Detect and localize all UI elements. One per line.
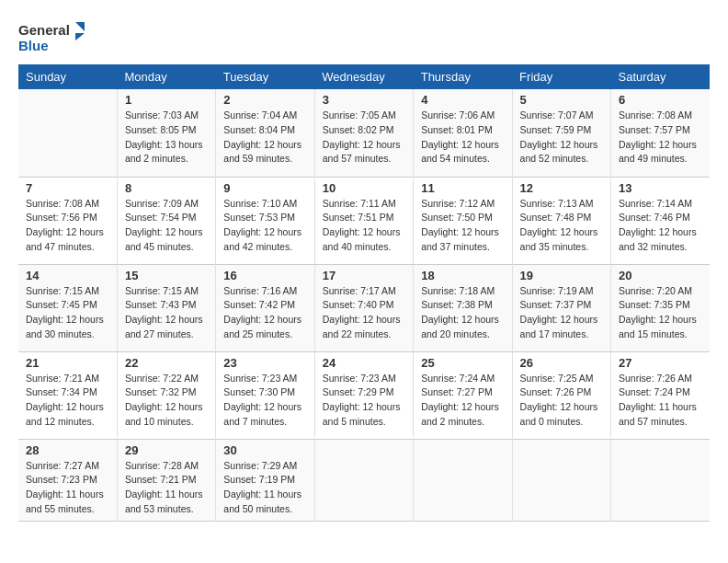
- header-row: SundayMondayTuesdayWednesdayThursdayFrid…: [18, 64, 710, 89]
- day-number: 25: [421, 356, 504, 370]
- calendar-cell: 11Sunrise: 7:12 AM Sunset: 7:50 PM Dayli…: [414, 177, 512, 264]
- page-header: GeneralBlue: [18, 18, 710, 55]
- day-info: Sunrise: 7:08 AM Sunset: 7:56 PM Dayligh…: [26, 197, 109, 255]
- calendar-cell: 25Sunrise: 7:24 AM Sunset: 7:27 PM Dayli…: [414, 351, 512, 439]
- day-number: 30: [223, 443, 306, 457]
- calendar-cell: 12Sunrise: 7:13 AM Sunset: 7:48 PM Dayli…: [512, 177, 610, 264]
- day-info: Sunrise: 7:03 AM Sunset: 8:05 PM Dayligh…: [125, 109, 208, 167]
- day-number: 20: [619, 269, 702, 282]
- calendar-cell: 13Sunrise: 7:14 AM Sunset: 7:46 PM Dayli…: [611, 177, 710, 264]
- calendar-cell: 17Sunrise: 7:17 AM Sunset: 7:40 PM Dayli…: [314, 264, 413, 351]
- day-header-sunday: Sunday: [18, 64, 117, 89]
- day-number: 12: [520, 181, 603, 195]
- day-info: Sunrise: 7:10 AM Sunset: 7:53 PM Dayligh…: [223, 197, 306, 255]
- day-number: 18: [421, 269, 504, 282]
- day-header-monday: Monday: [117, 64, 215, 89]
- day-number: 4: [421, 93, 504, 107]
- day-number: 8: [125, 181, 208, 195]
- week-row-2: 7Sunrise: 7:08 AM Sunset: 7:56 PM Daylig…: [18, 177, 710, 264]
- day-info: Sunrise: 7:04 AM Sunset: 8:04 PM Dayligh…: [223, 109, 306, 167]
- day-info: Sunrise: 7:17 AM Sunset: 7:40 PM Dayligh…: [323, 284, 405, 342]
- day-info: Sunrise: 7:11 AM Sunset: 7:51 PM Dayligh…: [323, 197, 405, 255]
- calendar-cell: [314, 439, 413, 521]
- calendar-cell: 7Sunrise: 7:08 AM Sunset: 7:56 PM Daylig…: [18, 177, 117, 264]
- day-info: Sunrise: 7:12 AM Sunset: 7:50 PM Dayligh…: [421, 197, 504, 255]
- day-number: 11: [421, 181, 504, 195]
- day-info: Sunrise: 7:18 AM Sunset: 7:38 PM Dayligh…: [421, 284, 504, 342]
- calendar-cell: 26Sunrise: 7:25 AM Sunset: 7:26 PM Dayli…: [512, 351, 610, 439]
- calendar-cell: 29Sunrise: 7:28 AM Sunset: 7:21 PM Dayli…: [117, 439, 215, 521]
- day-info: Sunrise: 7:26 AM Sunset: 7:24 PM Dayligh…: [619, 372, 702, 430]
- svg-marker-2: [75, 22, 85, 31]
- calendar-cell: [611, 439, 710, 521]
- day-info: Sunrise: 7:19 AM Sunset: 7:37 PM Dayligh…: [520, 284, 603, 342]
- calendar-cell: 4Sunrise: 7:06 AM Sunset: 8:01 PM Daylig…: [414, 89, 512, 177]
- day-number: 13: [619, 181, 702, 195]
- day-number: 19: [520, 269, 603, 282]
- day-number: 16: [223, 269, 306, 282]
- calendar-cell: 18Sunrise: 7:18 AM Sunset: 7:38 PM Dayli…: [414, 264, 512, 351]
- day-info: Sunrise: 7:23 AM Sunset: 7:30 PM Dayligh…: [223, 372, 306, 430]
- day-info: Sunrise: 7:29 AM Sunset: 7:19 PM Dayligh…: [223, 459, 306, 517]
- day-number: 21: [26, 356, 109, 370]
- calendar-cell: 3Sunrise: 7:05 AM Sunset: 8:02 PM Daylig…: [314, 89, 413, 177]
- day-info: Sunrise: 7:27 AM Sunset: 7:23 PM Dayligh…: [26, 459, 109, 517]
- day-info: Sunrise: 7:06 AM Sunset: 8:01 PM Dayligh…: [421, 109, 504, 167]
- day-info: Sunrise: 7:20 AM Sunset: 7:35 PM Dayligh…: [619, 284, 702, 342]
- day-info: Sunrise: 7:16 AM Sunset: 7:42 PM Dayligh…: [223, 284, 306, 342]
- day-number: 14: [26, 269, 109, 282]
- calendar-cell: 23Sunrise: 7:23 AM Sunset: 7:30 PM Dayli…: [216, 351, 314, 439]
- day-info: Sunrise: 7:05 AM Sunset: 8:02 PM Dayligh…: [323, 109, 405, 167]
- week-row-4: 21Sunrise: 7:21 AM Sunset: 7:34 PM Dayli…: [18, 351, 710, 439]
- calendar-cell: 1Sunrise: 7:03 AM Sunset: 8:05 PM Daylig…: [117, 89, 215, 177]
- calendar-cell: 24Sunrise: 7:23 AM Sunset: 7:29 PM Dayli…: [314, 351, 413, 439]
- day-number: 2: [223, 93, 306, 107]
- day-number: 29: [125, 443, 208, 457]
- calendar-cell: 9Sunrise: 7:10 AM Sunset: 7:53 PM Daylig…: [216, 177, 314, 264]
- calendar-cell: 28Sunrise: 7:27 AM Sunset: 7:23 PM Dayli…: [18, 439, 117, 521]
- calendar-cell: 21Sunrise: 7:21 AM Sunset: 7:34 PM Dayli…: [18, 351, 117, 439]
- day-info: Sunrise: 7:25 AM Sunset: 7:26 PM Dayligh…: [520, 372, 603, 430]
- svg-marker-3: [75, 33, 85, 40]
- calendar-cell: 22Sunrise: 7:22 AM Sunset: 7:32 PM Dayli…: [117, 351, 215, 439]
- day-header-thursday: Thursday: [414, 64, 512, 89]
- calendar-cell: 19Sunrise: 7:19 AM Sunset: 7:37 PM Dayli…: [512, 264, 610, 351]
- day-header-saturday: Saturday: [611, 64, 710, 89]
- calendar-cell: 20Sunrise: 7:20 AM Sunset: 7:35 PM Dayli…: [611, 264, 710, 351]
- calendar-cell: 16Sunrise: 7:16 AM Sunset: 7:42 PM Dayli…: [216, 264, 314, 351]
- day-info: Sunrise: 7:07 AM Sunset: 7:59 PM Dayligh…: [520, 109, 603, 167]
- calendar-cell: 10Sunrise: 7:11 AM Sunset: 7:51 PM Dayli…: [314, 177, 413, 264]
- calendar-cell: 6Sunrise: 7:08 AM Sunset: 7:57 PM Daylig…: [611, 89, 710, 177]
- day-info: Sunrise: 7:08 AM Sunset: 7:57 PM Dayligh…: [619, 109, 702, 167]
- logo-svg: GeneralBlue: [18, 18, 92, 55]
- day-info: Sunrise: 7:09 AM Sunset: 7:54 PM Dayligh…: [125, 197, 208, 255]
- day-number: 1: [125, 93, 208, 107]
- day-info: Sunrise: 7:21 AM Sunset: 7:34 PM Dayligh…: [26, 372, 109, 430]
- day-number: 15: [125, 269, 208, 282]
- day-header-wednesday: Wednesday: [314, 64, 413, 89]
- day-number: 6: [619, 93, 702, 107]
- calendar-cell: [512, 439, 610, 521]
- day-number: 7: [26, 181, 109, 195]
- calendar-cell: 8Sunrise: 7:09 AM Sunset: 7:54 PM Daylig…: [117, 177, 215, 264]
- day-number: 28: [26, 443, 109, 457]
- calendar-cell: 14Sunrise: 7:15 AM Sunset: 7:45 PM Dayli…: [18, 264, 117, 351]
- week-row-5: 28Sunrise: 7:27 AM Sunset: 7:23 PM Dayli…: [18, 439, 710, 521]
- day-info: Sunrise: 7:28 AM Sunset: 7:21 PM Dayligh…: [125, 459, 208, 517]
- day-info: Sunrise: 7:13 AM Sunset: 7:48 PM Dayligh…: [520, 197, 603, 255]
- calendar-table: SundayMondayTuesdayWednesdayThursdayFrid…: [18, 64, 710, 522]
- logo: GeneralBlue: [18, 18, 92, 55]
- calendar-cell: [414, 439, 512, 521]
- week-row-3: 14Sunrise: 7:15 AM Sunset: 7:45 PM Dayli…: [18, 264, 710, 351]
- day-number: 26: [520, 356, 603, 370]
- day-info: Sunrise: 7:14 AM Sunset: 7:46 PM Dayligh…: [619, 197, 702, 255]
- calendar-cell: 15Sunrise: 7:15 AM Sunset: 7:43 PM Dayli…: [117, 264, 215, 351]
- day-number: 22: [125, 356, 208, 370]
- day-number: 27: [619, 356, 702, 370]
- day-number: 10: [323, 181, 405, 195]
- day-header-tuesday: Tuesday: [216, 64, 314, 89]
- day-number: 24: [323, 356, 405, 370]
- day-info: Sunrise: 7:22 AM Sunset: 7:32 PM Dayligh…: [125, 372, 208, 430]
- calendar-cell: 30Sunrise: 7:29 AM Sunset: 7:19 PM Dayli…: [216, 439, 314, 521]
- calendar-cell: 27Sunrise: 7:26 AM Sunset: 7:24 PM Dayli…: [611, 351, 710, 439]
